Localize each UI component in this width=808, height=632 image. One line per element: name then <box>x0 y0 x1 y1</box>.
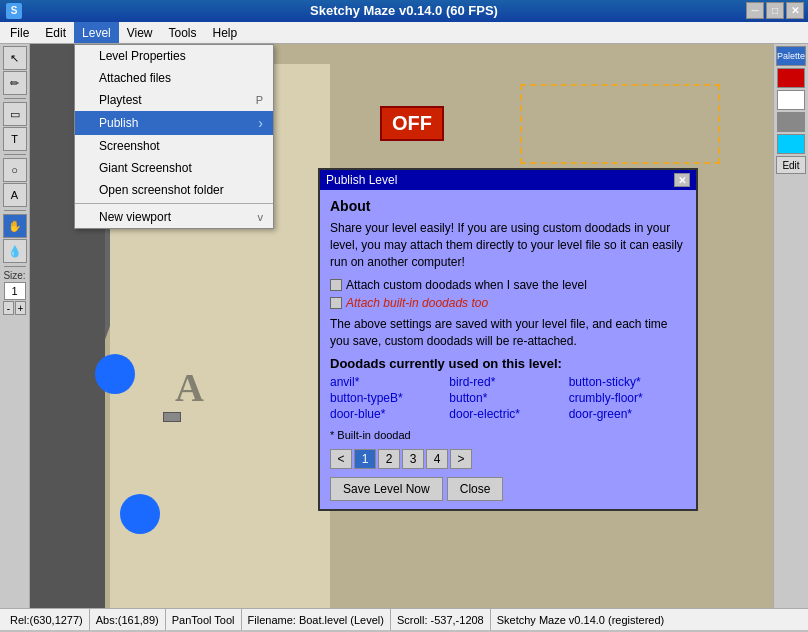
builtin-note: * Built-in doodad <box>330 429 686 441</box>
status-filename: Filename: Boat.level (Level) <box>242 609 391 630</box>
menu-view[interactable]: View <box>119 22 161 43</box>
right-toolbar: Palette Edit <box>773 44 808 608</box>
size-value: 1 <box>4 282 26 300</box>
doodads-heading: Doodads currently used on this level: <box>330 356 686 371</box>
toolbar-separator-4 <box>4 266 26 267</box>
canvas-circle-1 <box>95 354 135 394</box>
menu-help[interactable]: Help <box>205 22 246 43</box>
menu-file[interactable]: File <box>2 22 37 43</box>
page-1[interactable]: 1 <box>354 449 376 469</box>
palette-button[interactable]: Palette <box>776 46 806 66</box>
checkbox-builtin-doodads[interactable] <box>330 297 342 309</box>
menu-giant-screenshot[interactable]: Giant Screenshot <box>75 157 273 179</box>
menu-attached-files[interactable]: Attached files <box>75 67 273 89</box>
about-text: Share your level easily! If you are usin… <box>330 220 686 270</box>
status-rel: Rel:(630,1277) <box>4 609 90 630</box>
settings-text: The above settings are saved with your l… <box>330 316 686 350</box>
tool-text[interactable]: T <box>3 127 27 151</box>
page-4[interactable]: 4 <box>426 449 448 469</box>
publish-dialog: Publish Level ✕ About Share your level e… <box>318 168 698 511</box>
dialog-body: About Share your level easily! If you ar… <box>320 190 696 509</box>
minimize-button[interactable]: ─ <box>746 2 764 19</box>
menubar: File Edit Level View Tools Help <box>0 22 808 44</box>
tool-pan[interactable]: ✋ <box>3 214 27 238</box>
checkbox-row-1: Attach custom doodads when I save the le… <box>330 278 686 292</box>
dialog-close-button[interactable]: ✕ <box>674 173 690 187</box>
status-tool: PanTool Tool <box>166 609 242 630</box>
dialog-titlebar: Publish Level ✕ <box>320 170 696 190</box>
doodad-crumbly[interactable]: crumbly-floor* <box>569 391 686 405</box>
checkbox-row-2: Attach built-in doodads too <box>330 296 686 310</box>
tool-circle[interactable]: ○ <box>3 158 27 182</box>
color-red[interactable] <box>777 68 805 88</box>
tool-pencil[interactable]: ✏ <box>3 71 27 95</box>
size-controls: - + <box>3 301 26 315</box>
statusbar: Rel:(630,1277) Abs:(161,89) PanTool Tool… <box>0 608 808 630</box>
close-dialog-button[interactable]: Close <box>447 477 504 501</box>
app-icon: S <box>6 3 22 19</box>
status-scroll: Scroll: -537,-1208 <box>391 609 491 630</box>
color-gray[interactable] <box>777 112 805 132</box>
about-heading: About <box>330 198 686 214</box>
tool-rect[interactable]: ▭ <box>3 102 27 126</box>
canvas-circle-2 <box>120 494 160 534</box>
status-abs: Abs:(161,89) <box>90 609 166 630</box>
window-controls: ─ □ ✕ <box>746 2 804 19</box>
menu-edit[interactable]: Edit <box>37 22 74 43</box>
size-decrease[interactable]: - <box>3 301 14 315</box>
menu-screenshot[interactable]: Screenshot <box>75 135 273 157</box>
menu-separator <box>75 203 273 204</box>
menu-publish[interactable]: Publish › <box>75 111 273 135</box>
page-prev[interactable]: < <box>330 449 352 469</box>
toolbar-separator-3 <box>4 210 26 211</box>
doodad-door-blue[interactable]: door-blue* <box>330 407 447 421</box>
menu-level[interactable]: Level <box>74 22 119 43</box>
app-title: Sketchy Maze v0.14.0 (60 FPS) <box>310 3 498 18</box>
hover-arrow: › <box>258 115 263 131</box>
tool-dropper[interactable]: 💧 <box>3 239 27 263</box>
off-label: OFF <box>380 106 444 141</box>
checkbox-custom-doodads[interactable] <box>330 279 342 291</box>
color-white[interactable] <box>777 90 805 110</box>
save-level-button[interactable]: Save Level Now <box>330 477 443 501</box>
doodad-button-sticky[interactable]: button-sticky* <box>569 375 686 389</box>
toolbar-separator-1 <box>4 98 26 99</box>
menu-level-properties[interactable]: Level Properties <box>75 45 273 67</box>
menu-new-viewport[interactable]: New viewport v <box>75 206 273 228</box>
toolbar-separator-2 <box>4 154 26 155</box>
close-button[interactable]: ✕ <box>786 2 804 19</box>
status-version: Sketchy Maze v0.14.0 (registered) <box>491 609 804 630</box>
checkbox-label-1: Attach custom doodads when I save the le… <box>346 278 587 292</box>
canvas-letter-a: A <box>175 364 204 411</box>
color-cyan[interactable] <box>777 134 805 154</box>
page-3[interactable]: 3 <box>402 449 424 469</box>
size-label: Size: <box>3 270 25 281</box>
doodad-bird-red[interactable]: bird-red* <box>449 375 566 389</box>
doodad-door-electric[interactable]: door-electric* <box>449 407 566 421</box>
page-2[interactable]: 2 <box>378 449 400 469</box>
page-next[interactable]: > <box>450 449 472 469</box>
menu-tools[interactable]: Tools <box>161 22 205 43</box>
size-increase[interactable]: + <box>15 301 26 315</box>
doodad-anvil[interactable]: anvil* <box>330 375 447 389</box>
menu-open-screenshot-folder[interactable]: Open screenshot folder <box>75 179 273 201</box>
doodad-door-green[interactable]: door-green* <box>569 407 686 421</box>
dialog-title: Publish Level <box>326 173 397 187</box>
canvas-indicator <box>163 412 181 422</box>
tool-fill[interactable]: A <box>3 183 27 207</box>
edit-button[interactable]: Edit <box>776 156 806 174</box>
doodads-grid: anvil* bird-red* button-sticky* button-t… <box>330 375 686 421</box>
doodad-button-typeb[interactable]: button-typeB* <box>330 391 447 405</box>
level-dropdown-menu: Level Properties Attached files Playtest… <box>74 44 274 229</box>
pagination: < 1 2 3 4 > <box>330 449 686 469</box>
doodad-button[interactable]: button* <box>449 391 566 405</box>
menu-playtest[interactable]: Playtest P <box>75 89 273 111</box>
maximize-button[interactable]: □ <box>766 2 784 19</box>
checkbox-label-2: Attach built-in doodads too <box>346 296 488 310</box>
left-toolbar: ↖ ✏ ▭ T ○ A ✋ 💧 Size: 1 - + <box>0 44 30 608</box>
tool-pointer[interactable]: ↖ <box>3 46 27 70</box>
titlebar: S Sketchy Maze v0.14.0 (60 FPS) ─ □ ✕ <box>0 0 808 22</box>
canvas-dashed-rect <box>520 84 720 164</box>
dialog-buttons: Save Level Now Close <box>330 477 686 501</box>
